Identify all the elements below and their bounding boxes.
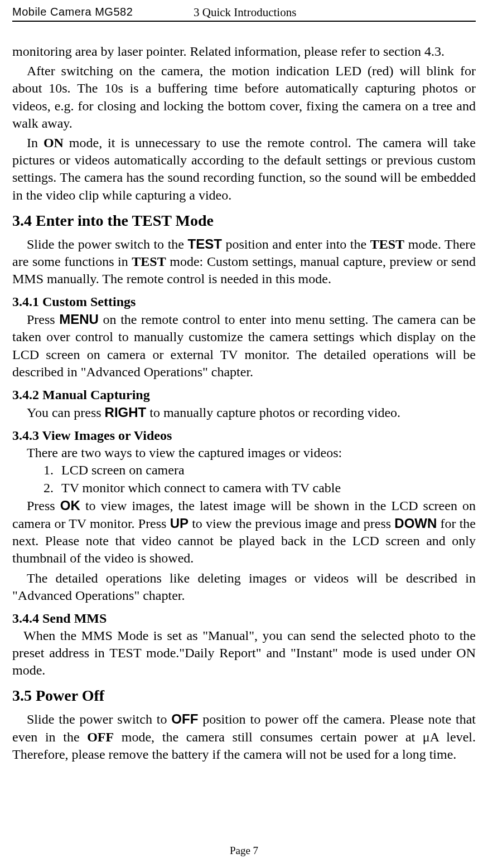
heading-subsection-3-4-1: 3.4.1 Custom Settings: [12, 294, 476, 309]
page-number: Page 7: [230, 845, 258, 856]
numbered-list: 1. LCD screen on camera 2. TV monitor wh…: [44, 462, 476, 496]
bold-test: TEST: [370, 237, 404, 251]
text-span: Slide the power switch to: [27, 712, 171, 726]
text-span: Press: [27, 312, 59, 327]
heading-section-3-4: 3.4 Enter into the TEST Mode: [12, 212, 476, 230]
heading-subsection-3-4-4: 3.4.4 Send MMS: [12, 611, 476, 626]
header-product: Mobile Camera MG582: [12, 6, 182, 20]
bold-right: RIGHT: [105, 405, 147, 420]
list-item: 2. TV monitor which connect to camera wi…: [44, 479, 476, 497]
bold-off: OFF: [87, 730, 114, 744]
heading-subsection-3-4-2: 3.4.2 Manual Capturing: [12, 387, 476, 403]
list-number: 1.: [44, 462, 61, 479]
paragraph: Slide the power switch to the TEST posit…: [12, 235, 476, 288]
heading-subsection-3-4-3: 3.4.3 View Images or Videos: [12, 428, 476, 443]
paragraph: Slide the power switch to OFF position t…: [12, 710, 476, 763]
bold-on: ON: [44, 135, 64, 150]
heading-section-3-5: 3.5 Power Off: [12, 687, 476, 705]
text-span: to view the previous image and press: [189, 516, 394, 531]
page-content: monitoring area by laser pointer. Relate…: [12, 43, 476, 763]
paragraph: After switching on the camera, the motio…: [12, 62, 476, 132]
text-span: Press: [27, 498, 60, 513]
paragraph: You can press RIGHT to manually capture …: [12, 404, 476, 421]
bold-down: DOWN: [394, 516, 437, 531]
text-span: to manually capture photos or recording …: [146, 405, 400, 420]
bold-off: OFF: [171, 711, 198, 726]
text-span: You can press: [27, 405, 105, 420]
page-footer: Page 7: [0, 845, 488, 857]
bold-ok: OK: [60, 498, 80, 513]
paragraph: Press OK to view images, the latest imag…: [12, 497, 476, 568]
paragraph: Press MENU on the remote control to ente…: [12, 311, 476, 381]
text-span: In: [27, 135, 44, 150]
list-text: TV monitor which connect to camera with …: [61, 479, 341, 497]
paragraph: In ON mode, it is unnecessary to use the…: [12, 134, 476, 204]
header-chapter: 3 Quick Introductions: [182, 6, 296, 20]
paragraph: The detailed operations like deleting im…: [12, 570, 476, 604]
bold-up: UP: [170, 516, 189, 531]
list-item: 1. LCD screen on camera: [44, 462, 476, 479]
text-span: Slide the power switch to the: [27, 237, 188, 251]
bold-test: TEST: [132, 254, 166, 269]
bold-test: TEST: [188, 236, 222, 251]
list-number: 2.: [44, 479, 61, 497]
paragraph: When the MMS Mode is set as "Manual", yo…: [12, 627, 476, 680]
paragraph: monitoring area by laser pointer. Relate…: [12, 43, 476, 60]
bold-menu: MENU: [59, 312, 99, 327]
text-span: mode, it is unnecessary to use the remot…: [12, 135, 476, 202]
paragraph: There are two ways to view the captured …: [12, 444, 476, 462]
list-text: LCD screen on camera: [61, 462, 185, 479]
text-span: position and enter into the: [222, 237, 370, 251]
page-header: Mobile Camera MG582 3 Quick Introduction…: [12, 6, 476, 22]
